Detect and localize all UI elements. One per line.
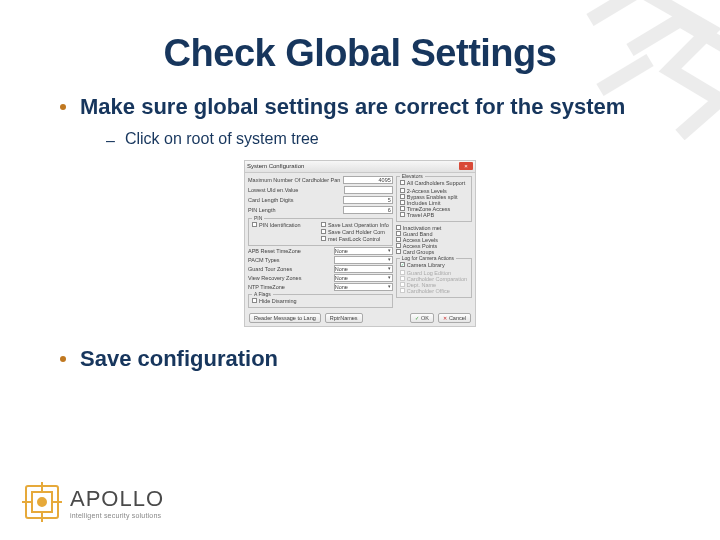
- log-config-group: Log for Camera Actions ✓Camera Library G…: [396, 258, 472, 298]
- checkbox-icon: [400, 288, 405, 293]
- checkbox-icon: [321, 229, 326, 234]
- dropdown[interactable]: [334, 256, 393, 264]
- bullet-text: Save configuration: [80, 345, 278, 374]
- checkbox-icon: [396, 243, 401, 248]
- field-input[interactable]: 6: [343, 206, 393, 214]
- dash-icon: –: [106, 130, 115, 152]
- ok-button[interactable]: OK: [410, 313, 434, 323]
- checkbox-row[interactable]: PIN Identification: [252, 222, 317, 228]
- dropdown[interactable]: None: [334, 274, 393, 282]
- checkbox-icon: [321, 222, 326, 227]
- checkbox-icon: [400, 180, 405, 185]
- bullet-text: Make sure global settings are correct fo…: [80, 93, 625, 122]
- bullet-dot-icon: [60, 356, 66, 362]
- dropdown-row: PACM Types: [248, 256, 393, 264]
- svg-point-6: [38, 498, 46, 506]
- brand-logo: APOLLO intelligent security solutions: [22, 482, 164, 522]
- field-label: Lowest UId en.Value: [248, 187, 341, 193]
- group-legend: Log for Camera Actions: [400, 255, 456, 261]
- checkbox-icon: [400, 282, 405, 287]
- close-icon[interactable]: ×: [459, 162, 473, 170]
- field-row: Card Length Digits 5: [248, 196, 393, 205]
- checkbox-row[interactable]: Cardholder Office: [400, 288, 468, 294]
- field-input[interactable]: 4095: [343, 176, 393, 184]
- logo-tagline: intelligent security solutions: [70, 512, 164, 519]
- field-label: PIN Length: [248, 207, 340, 213]
- checkbox-icon: [400, 276, 405, 281]
- cancel-button[interactable]: Cancel: [438, 313, 471, 323]
- field-input[interactable]: 5: [343, 196, 393, 204]
- sub-bullet-text: Click on root of system tree: [125, 130, 319, 152]
- field-row: Maximum Number Of Cardholder Panel 4095: [248, 176, 393, 185]
- checkbox-row[interactable]: Hide Disarming: [252, 298, 389, 304]
- dialog-titlebar: System Configuration ×: [245, 161, 475, 173]
- dropdown[interactable]: None: [334, 265, 393, 273]
- field-label: Maximum Number Of Cardholder Panel: [248, 177, 340, 183]
- slide-title: Check Global Settings: [60, 32, 660, 75]
- bullet-item: Save configuration: [60, 345, 660, 374]
- group-legend: Elevators: [400, 173, 425, 179]
- dropdown-row: APB Reset TimeZoneNone: [248, 247, 393, 255]
- checkbox-row[interactable]: Save Card Holder Com: [321, 229, 389, 235]
- checkbox-icon: [400, 212, 405, 217]
- dropdown-row: NTP TimeZoneNone: [248, 283, 393, 291]
- field-row: PIN Length 6: [248, 206, 393, 215]
- field-input[interactable]: [344, 186, 393, 194]
- bullet-dot-icon: [60, 104, 66, 110]
- config-dialog-screenshot: System Configuration × Maximum Number Of…: [244, 160, 476, 327]
- checkbox-icon: [400, 200, 405, 205]
- elevators-group: Elevators All Cardholders Support 2-Acce…: [396, 176, 472, 222]
- checkbox-icon: [396, 231, 401, 236]
- bullet-item: Make sure global settings are correct fo…: [60, 93, 660, 122]
- checkbox-row[interactable]: met FastLock Control: [321, 236, 389, 242]
- checkbox-icon: [252, 298, 257, 303]
- checkbox-icon: [400, 188, 405, 193]
- checkbox-icon: [252, 222, 257, 227]
- checkbox-icon: [400, 206, 405, 211]
- dropdown[interactable]: None: [334, 283, 393, 291]
- reader-msg-button[interactable]: Reader Message to Lang: [249, 313, 321, 323]
- field-label: Card Length Digits: [248, 197, 340, 203]
- checkbox-icon: [396, 237, 401, 242]
- dialog-title: System Configuration: [247, 163, 304, 169]
- checkbox-row[interactable]: All Cardholders Support: [400, 180, 468, 186]
- dropdown-row: Guard Tour ZonesNone: [248, 265, 393, 273]
- checkbox-icon: [396, 225, 401, 230]
- checkbox-icon: ✓: [400, 262, 405, 267]
- flags-group: A Flags Hide Disarming: [248, 294, 393, 308]
- dropdown-row: View Recovery ZonesNone: [248, 274, 393, 282]
- group-legend: A Flags: [252, 291, 273, 297]
- sub-bullet-item: – Click on root of system tree: [106, 130, 660, 152]
- dropdown[interactable]: None: [334, 247, 393, 255]
- group-legend: PIN: [252, 215, 264, 221]
- field-row: Lowest UId en.Value: [248, 186, 393, 195]
- logo-name: APOLLO: [70, 486, 164, 512]
- pin-group: PIN PIN Identification Save Last Operati…: [248, 218, 393, 246]
- checkbox-row[interactable]: Travel APB: [400, 212, 468, 218]
- checkbox-icon: [400, 194, 405, 199]
- checkbox-row[interactable]: Save Last Operation Info: [321, 222, 389, 228]
- rptr-button[interactable]: RptrNames: [325, 313, 363, 323]
- checkbox-icon: [396, 249, 401, 254]
- checkbox-icon: [321, 236, 326, 241]
- apollo-logo-icon: [22, 482, 62, 522]
- checkbox-icon: [400, 270, 405, 275]
